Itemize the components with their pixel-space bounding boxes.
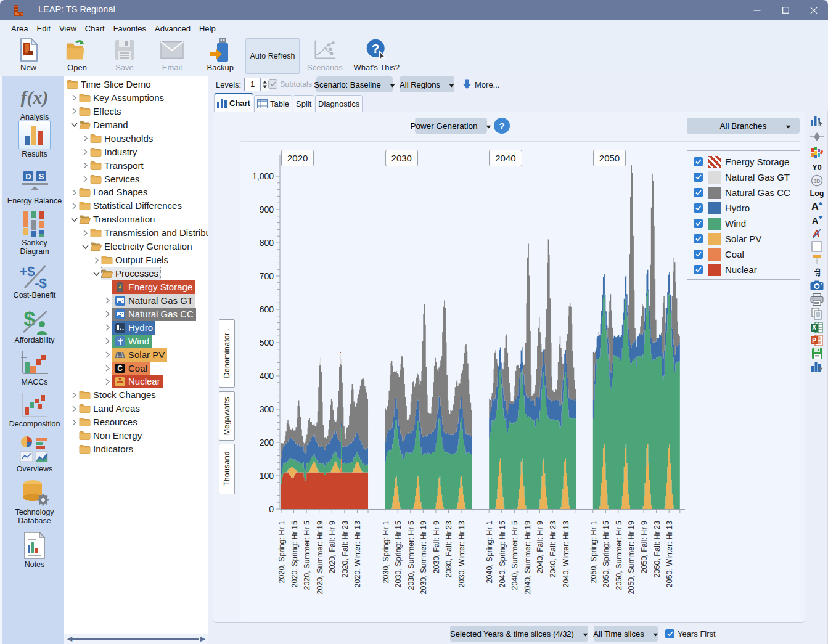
spinner-down-icon[interactable] (262, 84, 268, 89)
legend-checkbox[interactable] (694, 265, 703, 274)
chevron-right-icon[interactable] (80, 161, 90, 171)
tree-item-hydro[interactable]: Hydro (102, 321, 155, 335)
years-first-checkbox[interactable]: Years First (665, 629, 716, 638)
tree-item-processes[interactable]: Processes (91, 267, 161, 280)
sidebar-item-affordability[interactable]: $Affordability (5, 307, 64, 345)
open-button[interactable]: Open (65, 38, 89, 74)
save-button[interactable]: Save (113, 38, 136, 74)
tree-item-transmission-and-distribut[interactable]: Transmission and Distribut (80, 226, 208, 240)
copy-icon[interactable] (810, 308, 824, 320)
tab-diagnostics[interactable]: Diagnostics (315, 95, 363, 112)
minimize-button[interactable] (743, 0, 771, 20)
tree-item-resources[interactable]: Resources (69, 415, 140, 429)
text-label-icon[interactable]: ab (810, 266, 824, 279)
scenario-selector[interactable]: Scenario: Baseline (316, 76, 393, 92)
menu-chart[interactable]: Chart (81, 22, 109, 36)
save-chart-icon[interactable] (810, 347, 824, 359)
font-increase-icon[interactable]: A (810, 200, 824, 212)
chevron-down-icon[interactable] (91, 269, 101, 279)
scroll-right-icon[interactable]: ▶ (199, 635, 207, 642)
tree-item-industry[interactable]: Industry (80, 145, 139, 159)
chevron-right-icon[interactable] (69, 187, 79, 197)
chevron-right-icon[interactable] (69, 107, 79, 116)
tree-item-indicators[interactable]: Indicators (69, 442, 136, 456)
tree-item-transformation[interactable]: Transformation (69, 213, 157, 226)
tree-item-key-assumptions[interactable]: Key Assumptions (69, 91, 166, 105)
legend-checkbox[interactable] (694, 203, 703, 213)
close-button[interactable] (800, 0, 828, 20)
tree-item-statistical-differences[interactable]: Statistical Differences (69, 199, 184, 213)
chevron-right-icon[interactable] (102, 364, 112, 373)
menu-view[interactable]: View (55, 22, 81, 36)
scenarios-button[interactable]: Scenarios (307, 38, 343, 74)
tab-split[interactable]: Split (293, 95, 314, 112)
menu-edit[interactable]: Edit (32, 22, 54, 36)
sidebar-item-notes[interactable]: Notes (5, 531, 64, 569)
levels-spinner[interactable]: 1 (244, 78, 261, 91)
log-scale-icon[interactable]: Log (810, 187, 824, 200)
years-first-checkbox-box[interactable] (665, 629, 674, 638)
more-button[interactable]: More... (462, 79, 499, 89)
chevron-right-icon[interactable] (102, 350, 112, 360)
sidebar-item-maccs[interactable]: MACCs (5, 349, 64, 387)
sidebar-item-decomposition[interactable]: Decomposition (5, 391, 64, 429)
tree-item-demand[interactable]: Demand (69, 118, 131, 132)
legend-checkbox[interactable] (694, 157, 703, 166)
tree-horizontal-scrollbar[interactable]: ◀ ▶ (64, 634, 208, 644)
chevron-right-icon[interactable] (69, 93, 79, 103)
powerpoint-icon[interactable]: P (810, 334, 824, 346)
tab-table[interactable]: Table (254, 95, 292, 112)
tree-item-stock-changes[interactable]: Stock Changes (69, 388, 158, 402)
y-zero-icon[interactable]: Y0 (810, 161, 824, 174)
sidebar-item-overviews[interactable]: Overviews (5, 436, 64, 474)
three-d-icon[interactable]: 3D (810, 174, 824, 187)
chevron-right-icon[interactable] (102, 323, 112, 333)
chart-settings-icon[interactable] (810, 361, 824, 373)
scrollbar-thumb[interactable] (72, 638, 199, 640)
chevron-right-icon[interactable] (102, 296, 112, 306)
chevron-right-icon[interactable] (69, 390, 79, 400)
tree-item-electricity-generation[interactable]: Electricity Generation (80, 240, 195, 253)
tree-item-solar-pv[interactable]: Solar PV (102, 348, 167, 362)
background-color-icon[interactable] (810, 240, 824, 253)
print-icon[interactable] (810, 293, 824, 306)
tree-item-effects[interactable]: Effects (69, 105, 124, 118)
menu-favorites[interactable]: Favorites (109, 22, 150, 36)
sidebar-item-results[interactable]: Results (5, 121, 64, 159)
legend-checkbox[interactable] (694, 219, 703, 228)
tree-item-non-energy[interactable]: Non Energy (69, 429, 144, 442)
chevron-right-icon[interactable] (102, 336, 112, 346)
tree-item-load-shapes[interactable]: Load Shapes (69, 185, 150, 199)
tree-item-wind[interactable]: Wind (102, 335, 152, 348)
tree-item-households[interactable]: Households (80, 132, 155, 145)
new-button[interactable]: New (17, 38, 40, 74)
subtotals-checkbox[interactable]: Subtotals (268, 79, 312, 89)
legend-checkbox[interactable] (694, 250, 703, 259)
legend-checkbox[interactable] (694, 188, 703, 197)
excel-icon[interactable]: X (810, 321, 824, 333)
legend-checkbox[interactable] (694, 234, 703, 243)
tree-item-natural-gas-cc[interactable]: Natural Gas CC (102, 308, 196, 321)
chevron-right-icon[interactable] (102, 377, 112, 386)
legend-checkbox[interactable] (694, 173, 703, 182)
marker-icon[interactable] (810, 253, 824, 266)
chevron-right-icon[interactable] (102, 309, 112, 319)
auto-refresh-button[interactable]: Auto Refresh (245, 38, 300, 74)
chart-type-icon[interactable] (810, 115, 824, 128)
font-color-icon[interactable]: A (810, 227, 824, 240)
sidebar-item-cost-benefit[interactable]: +$-$Cost-Benefit (5, 262, 64, 300)
chevron-down-icon[interactable] (80, 242, 90, 251)
tree-item-services[interactable]: Services (80, 173, 142, 186)
spinner-up-icon[interactable] (262, 80, 268, 84)
sidebar-item-energy-balance[interactable]: DSEnergy Balance (5, 168, 64, 206)
sidebar-item-technology-database[interactable]: TechnologyDatabase (5, 479, 64, 525)
chevron-right-icon[interactable] (80, 147, 90, 157)
tree-item-nuclear[interactable]: Nuclear (102, 375, 163, 388)
camera-icon[interactable] (810, 279, 824, 291)
tree-item-natural-gas-gt[interactable]: Natural Gas GT (102, 294, 195, 308)
maximize-button[interactable] (771, 0, 800, 20)
tab-chart[interactable]: Chart (214, 93, 253, 112)
tree-item-land-areas[interactable]: Land Areas (69, 402, 142, 415)
tree-item-output-fuels[interactable]: Output Fuels (91, 253, 171, 267)
backup-button[interactable]: Backup (207, 38, 234, 74)
